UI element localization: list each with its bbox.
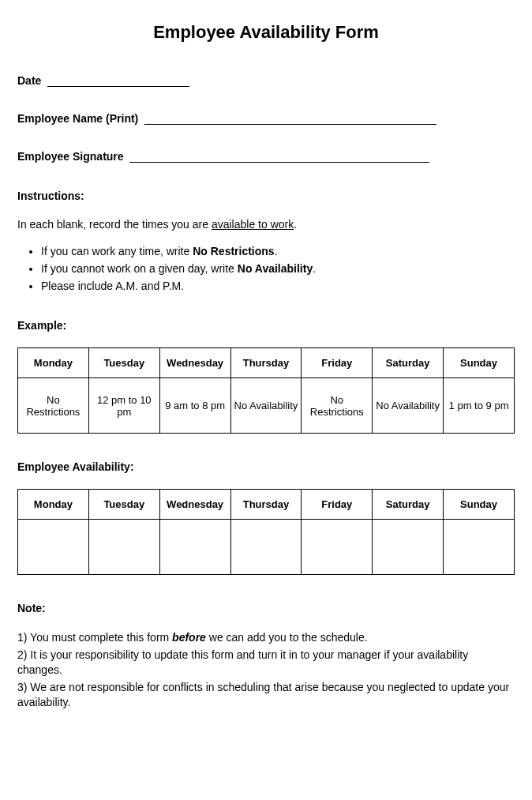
example-cell: No Availability: [230, 378, 302, 434]
instructions-intro: In each blank, record the times you are …: [17, 218, 515, 231]
note-item: 2) It is your responsibility to update t…: [17, 648, 515, 678]
example-day-header: Friday: [302, 348, 373, 378]
availability-cell[interactable]: [302, 520, 373, 575]
instructions-bullet-list: If you can work any time, write No Restr…: [41, 245, 515, 292]
example-cell: 9 am to 8 pm: [159, 378, 230, 434]
availability-day-header: Thursday: [230, 490, 302, 520]
instructions-intro-underlined: available to work: [212, 218, 294, 231]
example-day-header: Thursday: [230, 348, 302, 378]
instructions-intro-suffix: .: [294, 218, 297, 231]
note-number: 1): [17, 631, 30, 644]
example-cell: 12 pm to 10 pm: [88, 378, 159, 434]
availability-cell[interactable]: [88, 520, 159, 575]
example-day-header: Tuesday: [88, 348, 159, 378]
example-day-header: Monday: [18, 348, 89, 378]
availability-cell[interactable]: [444, 520, 515, 575]
note-list: 1) You must complete this form before we…: [17, 630, 515, 711]
instruction-bullet: If you can work any time, write No Restr…: [41, 245, 515, 257]
example-cell: No Restrictions: [302, 378, 373, 434]
availability-heading: Employee Availability:: [17, 460, 515, 473]
availability-day-header: Monday: [18, 490, 89, 520]
availability-cell[interactable]: [18, 520, 89, 575]
date-label: Date: [17, 74, 41, 87]
bullet-text: Please include A.M. and P.M.: [41, 280, 184, 292]
bullet-text: If you cannot work on a given day, write: [41, 262, 238, 275]
example-day-header: Sunday: [444, 348, 515, 378]
date-field: Date: [17, 74, 515, 87]
availability-cell[interactable]: [230, 520, 302, 575]
example-day-header: Saturday: [373, 348, 444, 378]
example-day-header: Wednesday: [159, 348, 230, 378]
availability-cell[interactable]: [159, 520, 230, 575]
availability-cell[interactable]: [373, 520, 444, 575]
availability-day-header: Sunday: [444, 490, 515, 520]
instruction-bullet: If you cannot work on a given day, write…: [41, 262, 515, 275]
availability-table: Monday Tuesday Wednesday Thursday Friday…: [17, 489, 515, 575]
bullet-text: If you can work any time, write: [41, 245, 193, 257]
instruction-bullet: Please include A.M. and P.M.: [41, 280, 515, 292]
note-item: 1) You must complete this form before we…: [17, 630, 515, 646]
availability-day-header: Wednesday: [159, 490, 230, 520]
note-number: 3): [17, 681, 30, 693]
note-text: We are not responsible for conflicts in …: [17, 681, 509, 709]
date-blank-line[interactable]: [47, 76, 189, 87]
bullet-bold: No Availability: [238, 262, 313, 275]
employee-name-field: Employee Name (Print): [17, 112, 515, 125]
instructions-heading: Instructions:: [17, 190, 515, 202]
note-suffix: we can add you to the schedule.: [206, 631, 368, 644]
example-table: Monday Tuesday Wednesday Thursday Friday…: [17, 347, 515, 434]
employee-signature-blank-line[interactable]: [129, 152, 429, 163]
example-cell: 1 pm to 9 pm: [444, 378, 515, 434]
availability-day-header: Tuesday: [88, 490, 159, 520]
employee-signature-field: Employee Signature: [17, 150, 515, 163]
note-item: 3) We are not responsible for conflicts …: [17, 680, 515, 711]
bullet-suffix: .: [313, 262, 316, 275]
note-heading: Note:: [17, 602, 515, 614]
availability-day-header: Saturday: [373, 490, 444, 520]
employee-name-label: Employee Name (Print): [17, 112, 138, 125]
note-emphasis: before: [172, 631, 206, 644]
example-heading: Example:: [17, 319, 515, 332]
note-text: You must complete this form: [30, 631, 172, 644]
note-number: 2): [17, 648, 30, 661]
note-text: It is your responsibility to update this…: [17, 648, 468, 677]
employee-signature-label: Employee Signature: [17, 150, 124, 163]
bullet-bold: No Restrictions: [193, 245, 274, 257]
employee-name-blank-line[interactable]: [144, 114, 436, 125]
instructions-intro-prefix: In each blank, record the times you are: [17, 218, 212, 231]
form-title: Employee Availability Form: [17, 22, 515, 43]
example-cell: No Availability: [373, 378, 444, 434]
availability-day-header: Friday: [302, 490, 373, 520]
bullet-suffix: .: [275, 245, 278, 257]
example-cell: No Restrictions: [18, 378, 89, 434]
